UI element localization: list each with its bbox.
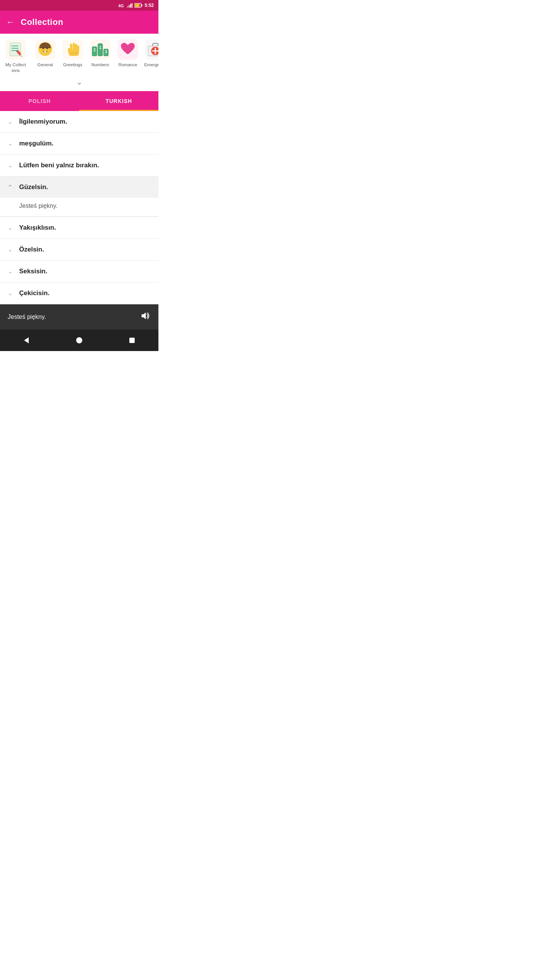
category-my-collections[interactable]: My Collect ions xyxy=(0,39,31,74)
player-text: Jesteś piękny. xyxy=(8,314,46,320)
phrase-row-3[interactable]: ⌄ Lütfen beni yalnız bırakın. xyxy=(0,155,158,176)
svg-line-16 xyxy=(21,56,22,57)
phrase-row-7[interactable]: ⌄ Seksisin. xyxy=(0,261,158,282)
category-general[interactable]: General xyxy=(31,39,59,74)
svg-text:4G: 4G xyxy=(118,3,124,8)
greetings-icon xyxy=(62,39,83,60)
svg-marker-42 xyxy=(24,337,29,343)
category-romance[interactable]: Romance xyxy=(114,39,142,74)
category-numbers[interactable]: 2 1 3 Numbers xyxy=(86,39,114,74)
phrase-row-5[interactable]: ⌄ Yakışıklısın. xyxy=(0,217,158,238)
phrase-item-6: ⌄ Özelsin. xyxy=(0,239,158,261)
translation-text-4: Jesteś piękny. xyxy=(19,203,57,209)
category-label-romance: Romance xyxy=(118,62,137,68)
chevron-icon-4: ⌄ xyxy=(6,183,14,191)
svg-rect-4 xyxy=(132,3,132,8)
bottom-player: Jesteś piękny. xyxy=(0,304,158,330)
phrase-text-5: Yakışıklısın. xyxy=(19,224,56,232)
nav-back-button[interactable] xyxy=(17,331,36,350)
phrase-item-3: ⌄ Lütfen beni yalnız bırakın. xyxy=(0,155,158,176)
svg-point-43 xyxy=(76,337,82,343)
phrase-item-8: ⌄ Çekicisin. xyxy=(0,283,158,304)
tab-polish-label: POLISH xyxy=(28,98,51,104)
tab-turkish[interactable]: TURKISH xyxy=(79,91,158,111)
phrase-text-1: İlgilenmiyorum. xyxy=(19,118,67,126)
phrase-text-3: Lütfen beni yalnız bırakın. xyxy=(19,162,99,169)
speaker-button[interactable] xyxy=(140,310,151,323)
phrase-item-1: ⌄ İlgilenmiyorum. xyxy=(0,111,158,133)
chevron-icon-8: ⌄ xyxy=(6,289,14,297)
nav-bar xyxy=(0,330,158,351)
back-button[interactable]: ← xyxy=(6,17,15,27)
phrase-row-2[interactable]: ⌄ meşgulüm. xyxy=(0,133,158,154)
phrase-row-8[interactable]: ⌄ Çekicisin. xyxy=(0,283,158,304)
svg-rect-6 xyxy=(141,5,142,7)
category-label-general: General xyxy=(37,62,53,68)
battery-icon: ⚡ xyxy=(134,3,143,8)
status-bar: 4G ⚡ 5:52 xyxy=(0,0,158,11)
svg-point-22 xyxy=(46,47,48,49)
phrase-item-5: ⌄ Yakışıklısın. xyxy=(0,217,158,239)
category-label-greetings: Greetings xyxy=(63,62,82,68)
category-row: My Collect ions General xyxy=(0,34,158,75)
category-greetings[interactable]: Greetings xyxy=(59,39,86,74)
tab-polish[interactable]: POLISH xyxy=(0,91,79,111)
svg-text:3: 3 xyxy=(105,50,107,54)
chevron-icon-7: ⌄ xyxy=(6,268,14,275)
my-collections-icon xyxy=(5,39,26,60)
general-icon xyxy=(35,39,55,60)
svg-rect-1 xyxy=(127,6,128,8)
numbers-icon: 2 1 3 xyxy=(90,39,111,60)
app-bar: ← Collection xyxy=(0,11,158,34)
translation-row-4: Jesteś piękny. xyxy=(0,198,158,217)
chevron-icon-6: ⌄ xyxy=(6,246,14,253)
nav-recents-icon xyxy=(129,337,135,344)
category-label-emergency: Emergency xyxy=(144,62,158,68)
phrase-item-4: ⌄ Güzelsin. Jesteś piękny. xyxy=(0,176,158,217)
phrase-item-2: ⌄ meşgulüm. xyxy=(0,133,158,155)
phrase-row-1[interactable]: ⌄ İlgilenmiyorum. xyxy=(0,111,158,132)
phrase-text-2: meşgulüm. xyxy=(19,140,54,147)
svg-rect-3 xyxy=(130,4,131,8)
expand-row[interactable]: ⌄ xyxy=(0,75,158,91)
time-display: 5:52 xyxy=(145,3,154,8)
signal-icon: 4G xyxy=(118,3,125,8)
svg-text:1: 1 xyxy=(99,46,101,50)
category-emergency[interactable]: Emergency xyxy=(142,39,158,74)
phrase-item-7: ⌄ Seksisin. xyxy=(0,261,158,283)
svg-rect-2 xyxy=(129,5,130,8)
chevron-icon-2: ⌄ xyxy=(6,140,14,147)
phrase-text-8: Çekicisin. xyxy=(19,289,49,297)
phrase-list: ⌄ İlgilenmiyorum. ⌄ meşgulüm. ⌄ Lütfen b… xyxy=(0,111,158,304)
nav-home-icon xyxy=(75,336,83,344)
tab-turkish-label: TURKISH xyxy=(106,98,132,104)
expand-chevron-icon: ⌄ xyxy=(76,77,83,87)
emergency-icon xyxy=(145,39,158,60)
chevron-icon-5: ⌄ xyxy=(6,224,14,231)
svg-text:⚡: ⚡ xyxy=(136,4,139,7)
svg-text:2: 2 xyxy=(93,48,96,52)
phrase-row-4[interactable]: ⌄ Güzelsin. xyxy=(0,176,158,198)
svg-rect-44 xyxy=(129,338,135,343)
nav-home-button[interactable] xyxy=(70,331,88,350)
nav-back-icon xyxy=(23,336,30,344)
category-label-numbers: Numbers xyxy=(91,62,109,68)
phrase-text-7: Seksisin. xyxy=(19,268,47,275)
phrase-text-4: Güzelsin. xyxy=(19,183,48,191)
svg-point-21 xyxy=(42,47,44,49)
category-label-my-collections: My Collect ions xyxy=(2,62,29,74)
chevron-icon-3: ⌄ xyxy=(6,162,14,169)
network-icon xyxy=(127,3,132,8)
svg-marker-41 xyxy=(142,312,146,319)
tab-bar: POLISH TURKISH xyxy=(0,91,158,111)
page-title: Collection xyxy=(21,17,63,27)
phrase-text-6: Özelsin. xyxy=(19,246,44,253)
nav-recents-button[interactable] xyxy=(123,331,141,350)
phrase-row-6[interactable]: ⌄ Özelsin. xyxy=(0,239,158,260)
speaker-icon xyxy=(140,310,151,321)
chevron-icon-1: ⌄ xyxy=(6,118,14,125)
romance-icon xyxy=(117,39,138,60)
